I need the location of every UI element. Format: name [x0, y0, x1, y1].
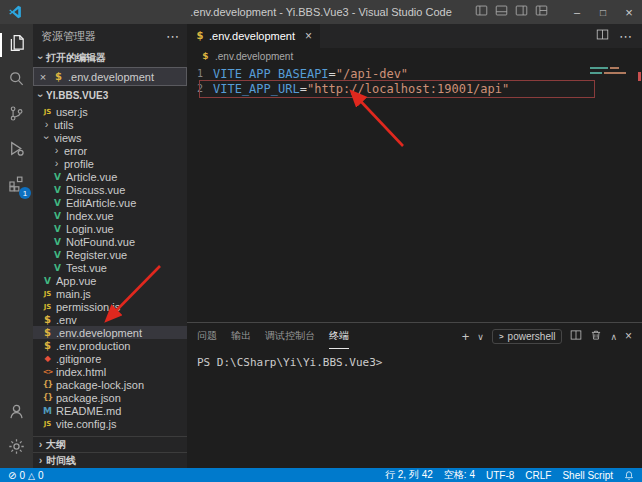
tree-item-.env[interactable]: .env	[33, 313, 187, 326]
activitybar-explorer[interactable]	[0, 30, 33, 60]
tree-item-label: App.vue	[56, 275, 96, 287]
customize-layout-icon[interactable]	[535, 3, 548, 21]
toggle-panel-icon[interactable]	[495, 3, 508, 21]
tree-item-permission.js[interactable]: permission.js	[33, 300, 187, 313]
code-line-2[interactable]: 2VITE_APP_URL="http://localhost:19001/ap…	[187, 81, 642, 96]
js-file-icon	[41, 418, 54, 430]
timeline-section-header[interactable]: 时间线	[33, 452, 187, 468]
tree-item-Login.vue[interactable]: Login.vue	[33, 222, 187, 235]
code-editor[interactable]: 1VITE_APP_BASEAPI="/api-dev"2VITE_APP_UR…	[187, 64, 642, 322]
chevron-down-icon	[35, 90, 46, 101]
tree-item-Register.vue[interactable]: Register.vue	[33, 248, 187, 261]
warning-icon	[28, 470, 35, 481]
tree-item-profile[interactable]: profile	[33, 157, 187, 170]
indentation-setting[interactable]: 空格: 4	[444, 468, 475, 482]
shell-name-label: powershell	[508, 331, 556, 342]
new-terminal-button[interactable]	[462, 329, 470, 344]
split-editor-icon[interactable]	[596, 27, 609, 45]
problems-indicator[interactable]: 0 0	[8, 470, 43, 481]
vue-file-icon	[51, 197, 64, 209]
activitybar-settings[interactable]	[0, 433, 33, 463]
activitybar-search[interactable]	[0, 65, 33, 95]
tree-item-utils[interactable]: utils	[33, 118, 187, 131]
code-token-string: "/api-dev"	[336, 67, 408, 81]
panel-tabs: 问题输出调试控制台终端	[197, 323, 349, 349]
tree-item-.gitignore[interactable]: .gitignore	[33, 352, 187, 365]
notifications-bell-icon[interactable]	[624, 470, 634, 481]
editor-tab-env-development[interactable]: .env.development	[187, 24, 320, 48]
panel-tab[interactable]: 终端	[329, 323, 349, 349]
tree-item-package-lock.json[interactable]: package-lock.json	[33, 378, 187, 391]
tree-item-error[interactable]: error	[33, 144, 187, 157]
split-terminal-icon[interactable]	[570, 329, 582, 343]
tree-item-.env.development[interactable]: .env.development	[33, 326, 187, 339]
minimize-button[interactable]	[564, 0, 590, 24]
tree-item-Test.vue[interactable]: Test.vue	[33, 261, 187, 274]
tree-item-label: EditArticle.vue	[66, 197, 136, 209]
more-editor-actions-icon[interactable]	[619, 27, 632, 45]
explorer-sidebar: 资源管理器 打开的编辑器 .env.development YI.BBS.VUE…	[33, 24, 187, 468]
tree-item-index.html[interactable]: index.html	[33, 365, 187, 378]
tree-item-main.js[interactable]: main.js	[33, 287, 187, 300]
tree-item-vite.config.js[interactable]: vite.config.js	[33, 417, 187, 430]
maximize-panel-icon[interactable]	[610, 330, 617, 342]
terminal-content[interactable]: PS D:\CSharp\Yi\Yi.BBS.Vue3>	[187, 349, 642, 468]
panel-tab[interactable]: 问题	[197, 323, 217, 349]
tab-label: .env.development	[209, 30, 295, 42]
statusbar-right: 行 2, 列 42 空格: 4 UTF-8 CRLF Shell Script	[385, 468, 634, 482]
toggle-secondary-sidebar-icon[interactable]	[515, 3, 528, 21]
close-editor-icon[interactable]	[37, 71, 49, 83]
outline-label: 大纲	[46, 438, 66, 452]
more-actions-icon[interactable]	[166, 29, 179, 44]
close-button[interactable]	[616, 0, 642, 24]
tree-item-README.md[interactable]: README.md	[33, 404, 187, 417]
kill-terminal-icon[interactable]	[590, 329, 602, 343]
vue-file-icon	[51, 210, 64, 222]
sidebar-title: 资源管理器	[41, 29, 96, 44]
panel-tab[interactable]: 输出	[231, 323, 251, 349]
panel-tab[interactable]: 调试控制台	[265, 323, 315, 349]
close-tab-icon[interactable]	[305, 29, 312, 43]
tree-item-package.json[interactable]: package.json	[33, 391, 187, 404]
tree-item-Article.vue[interactable]: Article.vue	[33, 170, 187, 183]
open-editors-section-header[interactable]: 打开的编辑器	[33, 48, 187, 67]
activitybar-accounts[interactable]	[0, 398, 33, 428]
tree-item-.env.production[interactable]: .env.production	[33, 339, 187, 352]
cursor-position[interactable]: 行 2, 列 42	[385, 468, 433, 482]
shell-selector-button[interactable]: powershell	[492, 329, 562, 344]
chevron-right-icon	[51, 145, 62, 156]
tree-item-Discuss.vue[interactable]: Discuss.vue	[33, 183, 187, 196]
tree-item-label: profile	[64, 158, 94, 170]
tree-item-NotFound.vue[interactable]: NotFound.vue	[33, 235, 187, 248]
activitybar-extensions[interactable]: 1	[0, 170, 33, 200]
open-editor-item-env-development[interactable]: .env.development	[33, 67, 187, 86]
outline-section-header[interactable]: 大纲	[33, 436, 187, 452]
activitybar-run-debug[interactable]	[0, 135, 33, 165]
tree-item-Index.vue[interactable]: Index.vue	[33, 209, 187, 222]
json-file-icon	[41, 379, 54, 391]
activitybar-source-control[interactable]	[0, 100, 33, 130]
editor-actions	[596, 24, 642, 48]
close-panel-icon[interactable]	[625, 329, 632, 343]
error-count: 0	[19, 470, 25, 481]
terminal-profile-dropdown-icon[interactable]	[477, 330, 484, 342]
eol-setting[interactable]: CRLF	[525, 470, 551, 481]
vscode-logo-icon	[8, 5, 22, 19]
minimap[interactable]	[590, 67, 632, 77]
html-file-icon	[41, 366, 54, 378]
tree-item-label: vite.config.js	[56, 418, 117, 430]
language-mode[interactable]: Shell Script	[562, 470, 613, 481]
maximize-button[interactable]	[590, 0, 616, 24]
toggle-sidebar-icon[interactable]	[475, 3, 488, 21]
tree-item-views[interactable]: views	[33, 131, 187, 144]
tree-item-EditArticle.vue[interactable]: EditArticle.vue	[33, 196, 187, 209]
tree-item-label: index.html	[56, 366, 106, 378]
vue-file-icon	[51, 262, 64, 274]
source-control-icon	[8, 105, 25, 126]
tree-item-user.js[interactable]: user.js	[33, 105, 187, 118]
code-line-1[interactable]: 1VITE_APP_BASEAPI="/api-dev"	[187, 66, 642, 81]
project-section-header[interactable]: YI.BBS.VUE3	[33, 86, 187, 105]
tree-item-App.vue[interactable]: App.vue	[33, 274, 187, 287]
breadcrumb[interactable]: .env.development	[187, 48, 642, 64]
encoding-setting[interactable]: UTF-8	[486, 470, 514, 481]
